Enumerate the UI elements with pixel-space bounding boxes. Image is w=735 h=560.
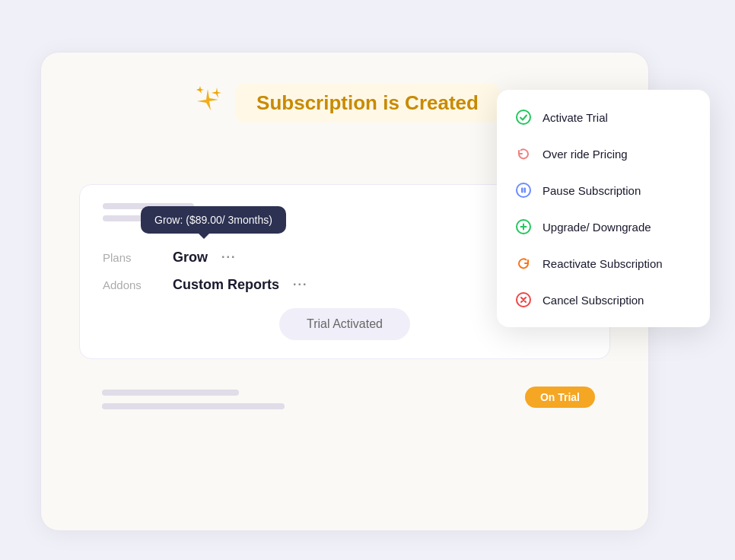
bottom-section: On Trial [79, 374, 610, 426]
addons-label: Addons [103, 278, 164, 291]
menu-item-upgrade-downgrade[interactable]: Upgrade/ Downgrade [497, 208, 710, 245]
menu-item-cancel[interactable]: Cancel Subscription [497, 282, 710, 318]
menu-item-label: Cancel Subscription [542, 294, 644, 307]
dropdown-menu: Activate Trial Over ride Pricing Pause S… [497, 90, 710, 327]
plus-circle-icon [515, 218, 532, 235]
sparkle-icon [189, 83, 226, 123]
addons-value: Custom Reports [173, 277, 279, 293]
svg-point-0 [517, 110, 530, 124]
menu-item-label: Activate Trial [542, 111, 608, 124]
svg-point-1 [517, 183, 530, 197]
svg-rect-3 [524, 188, 527, 193]
menu-item-label: Reactivate Subscription [542, 257, 663, 270]
trial-activated-button[interactable]: Trial Activated [279, 308, 410, 340]
placeholder-line [102, 403, 285, 409]
menu-item-pause-subscription[interactable]: Pause Subscription [497, 172, 710, 208]
on-trial-badge: On Trial [525, 387, 595, 408]
addons-dots-button[interactable]: ··· [288, 276, 312, 293]
bottom-placeholder-lines [102, 390, 587, 409]
x-circle-icon [515, 291, 532, 308]
menu-item-override-pricing[interactable]: Over ride Pricing [497, 135, 710, 172]
refresh2-icon [515, 255, 532, 272]
plans-value: Grow [173, 250, 208, 266]
page-title: Subscription is Created [235, 84, 500, 123]
menu-item-label: Upgrade/ Downgrade [542, 221, 651, 234]
menu-item-reactivate[interactable]: Reactivate Subscription [497, 245, 710, 282]
plans-dots-button[interactable]: ··· [217, 249, 240, 266]
svg-rect-2 [521, 188, 523, 193]
tooltip-bubble: Grow: ($89.00/ 3months) [141, 206, 286, 234]
check-circle-icon [515, 109, 532, 126]
plans-label: Plans [103, 251, 164, 264]
menu-item-activate-trial[interactable]: Activate Trial [497, 99, 710, 135]
refresh-icon [515, 145, 532, 162]
placeholder-line [102, 390, 239, 396]
pause-circle-icon [515, 182, 532, 199]
menu-item-label: Over ride Pricing [542, 148, 628, 161]
menu-item-label: Pause Subscription [542, 184, 641, 197]
